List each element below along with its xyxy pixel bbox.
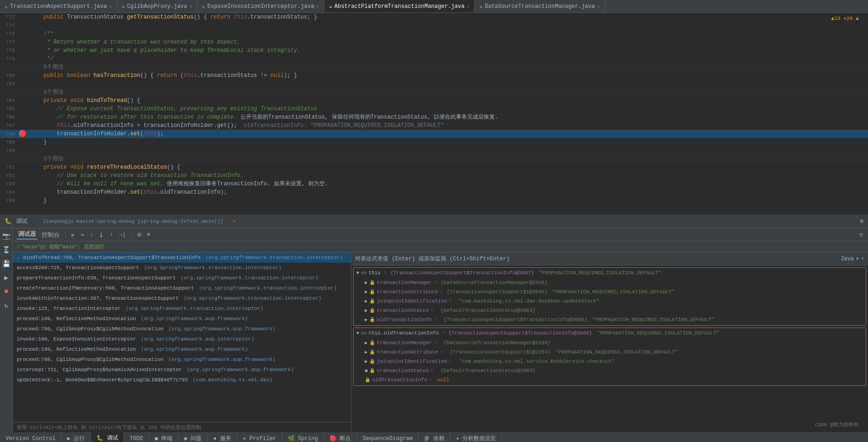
vars-add-btn[interactable]: +: [861, 256, 864, 262]
code-line-786: 786 // for restoration after this transa…: [0, 113, 868, 121]
debug-console-btn[interactable]: ▶: [1, 272, 12, 283]
stack-frame-10[interactable]: proceed:780, CglibAopProxy$CglibMethodIn…: [13, 354, 351, 365]
var-row-ts1[interactable]: ▶ 🔒 transactionStatus = {DefaultTransact…: [354, 306, 866, 315]
bottom-tab-todo[interactable]: TODO: [124, 432, 149, 442]
var-row-tm1[interactable]: ▶ 🔒 transactionManager = {DataSourceTran…: [354, 278, 866, 287]
var-row-jp2[interactable]: ▶ 🔒 joinpointIdentification = "com.mashi…: [354, 357, 866, 366]
bottom-tab-terminal[interactable]: ◼ 终端: [149, 432, 178, 442]
var-row-oti1[interactable]: ▶ 🔒 oldTransactionInfo = {TransactionAsp…: [354, 315, 866, 324]
var-row-ta2[interactable]: ▶ 🔒 transactionAttribute = {TransactionA…: [354, 347, 866, 357]
var-row-ta1[interactable]: ▶ 🔒 transactionAttribute = {TransactionA…: [354, 287, 866, 297]
var-group-old-ti-header[interactable]: ▼ oo this.oldTransactionInfo = {Transact…: [354, 328, 866, 338]
debug-session-label: 调试: [16, 217, 27, 225]
tab-close[interactable]: ✕: [109, 4, 112, 9]
java-file-icon-5: ☕: [479, 3, 482, 9]
frame-class-4: (org.springframework.transaction.interce…: [181, 296, 322, 301]
stack-frame-7[interactable]: proceed:780, CglibAopProxy$CglibMethodIn…: [13, 324, 351, 334]
thread-info-bar: ✓ "main"@1 在组"main": 正在运行: [13, 241, 868, 253]
tab-expose[interactable]: ☕ ExposeInvocationInterceptor.java ✕: [197, 0, 324, 13]
debug-panel-title-bar: 🐛 调试 › lianpengju-master:spring-debug [s…: [0, 215, 868, 228]
frame-name-6: proceed:199, ReflectiveMethodInvocation: [17, 316, 136, 322]
filter-icon[interactable]: ▽: [858, 231, 864, 239]
bottom-tab-run[interactable]: ▶ 运行: [62, 432, 91, 442]
bottom-tab-terminal-label: ◼ 终端: [154, 435, 172, 442]
lock-icon-oti1: 🔒: [369, 317, 375, 322]
bottom-tab-dataflow[interactable]: ✦ 分析数据流至: [450, 432, 502, 442]
evaluate-btn[interactable]: ≡: [146, 231, 152, 238]
code-line-792: 792 // Use stack to restore old transact…: [0, 171, 868, 180]
tab-close-3[interactable]: ✕: [317, 4, 319, 9]
group-name-2: this.oldTransactionInfo: [368, 330, 439, 336]
stack-frame-3[interactable]: createTransactionIfNecessary:598, Transa…: [13, 283, 351, 293]
vars-lang-dropdown[interactable]: ▾: [856, 255, 859, 262]
force-step-into-btn[interactable]: ⤓: [97, 231, 105, 239]
code-line-779: 779 */: [0, 55, 868, 63]
tab-datasource[interactable]: ☕ DataSourceTransactionManager.java ✕: [475, 0, 605, 13]
bottom-tab-spring[interactable]: 🌿 Spring: [282, 432, 324, 442]
group-value-2: "PROPAGATION_REQUIRED,ISOLATION_DEFAULT": [594, 330, 720, 336]
tab-close-5[interactable]: ✕: [597, 4, 600, 9]
tab-abstract-platform[interactable]: ☕ AbstractPlatformTransactionManager.jav…: [324, 0, 475, 13]
debug-action-toolbar: 调试器 控制台 ▶ ↷ ↓ ⤓ ↑ →| ⊟ ≡ ▽: [13, 228, 868, 241]
debug-thread-btn[interactable]: 🧵: [1, 245, 12, 255]
tab-close-4[interactable]: ✕: [467, 4, 469, 9]
code-line-775: 775: [0, 21, 868, 30]
var-group-this: ▼ oo this = {TransactionAspectSupport$Tr…: [353, 267, 866, 326]
debug-restart-btn[interactable]: ↻: [1, 300, 12, 310]
bottom-tab-profiler[interactable]: ✦ Profiler: [237, 432, 282, 442]
stack-trace-panel: ✓ bindToThread:788, TransactionAspectSup…: [13, 253, 351, 432]
tab-debugger-btn[interactable]: 调试器: [17, 230, 38, 240]
bottom-tab-profiler-label: ✦ Profiler: [243, 435, 276, 442]
stack-frame-12[interactable]: updateStock:-1, BookDao$$EnhancerBySprin…: [13, 375, 351, 385]
debug-stop-btn[interactable]: ■: [1, 286, 12, 297]
resume-btn[interactable]: ▶: [70, 231, 76, 239]
code-line-787: 787 this.oldTransactionInfo = transactio…: [0, 121, 868, 130]
bottom-tab-vc[interactable]: Version Control: [0, 432, 62, 442]
frame-class-3: (org.springframework.transaction.interce…: [196, 285, 337, 291]
bottom-tab-problems[interactable]: ◉ 问题: [178, 432, 208, 442]
debug-session-close[interactable]: ✕: [233, 218, 236, 225]
code-meta-1usage2: 1个用法: [0, 155, 868, 163]
stack-frame-4[interactable]: invokeWithinTransaction:367, Transaction…: [13, 293, 351, 303]
var-row-oti2[interactable]: 🔒 oldTransactionInfo = null: [354, 375, 866, 385]
stack-frame-9[interactable]: proceed:199, ReflectiveMethodInvocation …: [13, 344, 351, 354]
stack-frame-0[interactable]: ✓ bindToThread:788, TransactionAspectSup…: [13, 253, 351, 263]
drop-frame-btn[interactable]: ⊟: [136, 231, 143, 239]
stack-frame-2[interactable]: prepareTransactionInfo:639, TransactionA…: [13, 273, 351, 283]
var-row-jp1[interactable]: ▶ 🔒 joinpointIdentification = "com.mashi…: [354, 297, 866, 306]
bottom-tab-breakpoints[interactable]: 🔴 断点: [324, 432, 357, 442]
var-group-this-header[interactable]: ▼ oo this = {TransactionAspectSupport$Tr…: [354, 268, 866, 278]
step-out-btn[interactable]: ↑: [108, 231, 114, 238]
bottom-tab-debug[interactable]: 🐛 调试: [91, 432, 124, 442]
bottom-tab-todo-label: TODO: [130, 436, 143, 442]
debug-settings-icon[interactable]: ⚙: [860, 218, 863, 225]
var-row-ts2[interactable]: ■ 🔒 transactionStatus = {DefaultTransact…: [354, 366, 866, 375]
frame-name-7: proceed:780, CglibAopProxy$CglibMethodIn…: [17, 326, 164, 332]
stack-frame-11[interactable]: intercept:721, CglibAopProxy$DynamicAdvi…: [13, 365, 351, 375]
var-group-old-ti: ▼ oo this.oldTransactionInfo = {Transact…: [353, 328, 866, 386]
debug-camera-btn[interactable]: 📷: [1, 231, 12, 241]
frame-class-0: (org.springframework.transaction.interce…: [203, 255, 343, 260]
code-editor: 772 public TransactionStatus getTransact…: [0, 13, 868, 215]
stack-frame-5[interactable]: invoke:125, TransactionInterceptor (org.…: [13, 303, 351, 314]
tab-close-2[interactable]: ✕: [190, 4, 192, 9]
run-to-cursor-btn[interactable]: →|: [117, 231, 127, 238]
debug-memory-btn[interactable]: 💾: [1, 259, 12, 269]
code-line-788: 788 🔴 transactionInfoHolder.set(this);: [0, 130, 868, 138]
tab-console-btn[interactable]: 控制台: [40, 231, 61, 239]
vars-lang-label: Java: [841, 256, 854, 262]
tab-transaction-aspect[interactable]: ☕ TransactionAspectSupport.java ✕: [0, 0, 117, 13]
stack-frame-1[interactable]: access$200:725, TransactionAspectSupport…: [13, 263, 351, 273]
stack-frame-6[interactable]: proceed:199, ReflectiveMethodInvocation …: [13, 314, 351, 324]
tab-cglib[interactable]: ☕ CglibAopProxy.java ✕: [117, 0, 197, 13]
tab-label: TransactionAspectSupport.java: [10, 3, 107, 10]
step-into-btn[interactable]: ↓: [89, 231, 95, 238]
bottom-tab-deps[interactable]: 参 依赖: [418, 432, 450, 442]
frame-name-8: invoke:100, ExposeInvocationInterceptor: [17, 336, 136, 342]
var-row-tm2[interactable]: ▶ 🔒 transactionManager = {DataSourceTran…: [354, 338, 866, 347]
step-over-btn[interactable]: ↷: [79, 231, 86, 239]
bottom-tab-sequence[interactable]: SequenceDiagram: [357, 432, 418, 442]
bottom-tab-services[interactable]: ♦ 服务: [208, 432, 237, 442]
stack-frame-8[interactable]: invoke:100, ExposeInvocationInterceptor …: [13, 334, 351, 344]
lock-icon-tm1: 🔒: [369, 280, 375, 285]
